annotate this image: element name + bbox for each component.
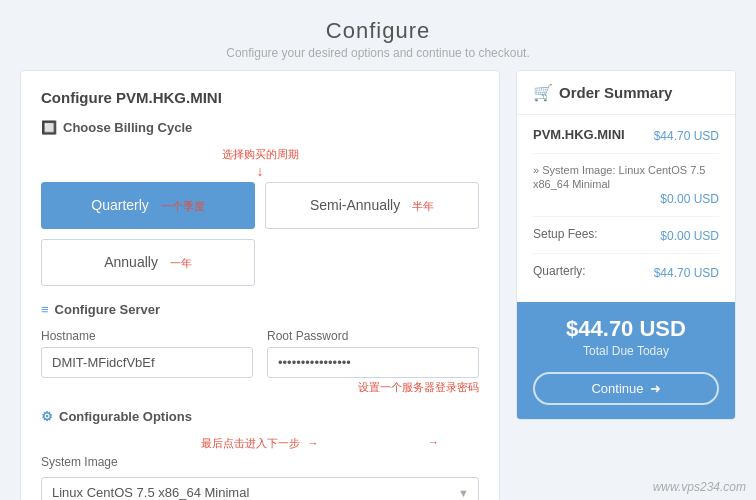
main-layout: Configure PVM.HKG.MINI 🔲 Choose Billing … <box>0 70 756 500</box>
billing-semi-annually-btn[interactable]: Semi-Annually 半年 <box>265 182 479 229</box>
page-header: Configure Configure your desired options… <box>0 0 756 70</box>
billing-annually-ann: 一年 <box>170 257 192 269</box>
billing-cycle-section-title: 🔲 Choose Billing Cycle <box>41 120 479 135</box>
gear-icon: ⚙ <box>41 409 53 424</box>
system-image-label: System Image <box>41 455 479 469</box>
password-label: Root Password <box>267 329 479 343</box>
billing-quarterly-btn[interactable]: Quarterly 一个季度 <box>41 182 255 229</box>
order-summary-title: Order Summary <box>559 84 672 101</box>
password-input[interactable] <box>267 347 479 378</box>
page-subtitle: Configure your desired options and conti… <box>0 46 756 60</box>
setup-fees-label: Setup Fees: <box>533 227 598 241</box>
cart-icon: 🛒 <box>533 83 553 102</box>
configure-server-icon: ≡ <box>41 302 49 317</box>
total-label: Total Due Today <box>533 344 719 358</box>
order-item-2-desc1: » System Image: Linux CentOS 7.5 <box>533 164 719 176</box>
continue-button[interactable]: Continue ➜ <box>533 372 719 405</box>
billing-icon: 🔲 <box>41 120 57 135</box>
billing-annotation-wrap: 选择购买的周期 ↓ <box>41 147 479 178</box>
order-fee-1: Setup Fees: $0.00 USD <box>533 227 719 254</box>
system-image-select[interactable]: Linux CentOS 7.5 x86_64 Minimal <box>41 477 479 500</box>
billing-cycle-grid: Quarterly 一个季度 Semi-Annually 半年 Annually… <box>41 182 479 286</box>
order-item-1-row: PVM.HKG.MINI $44.70 USD <box>533 127 719 143</box>
configurable-options-title: ⚙ Configurable Options <box>41 409 479 424</box>
total-box: $44.70 USD Total Due Today <box>517 302 735 372</box>
password-annotation: 设置一个服务器登录密码 <box>267 380 479 395</box>
order-item-2-desc2: x86_64 Minimal <box>533 178 719 190</box>
hostname-input[interactable] <box>41 347 253 378</box>
billing-semi-ann: 半年 <box>412 200 434 212</box>
configure-server-section: ≡ Configure Server Hostname Root Passwor… <box>41 302 479 395</box>
total-amount: $44.70 USD <box>533 316 719 342</box>
order-fee-2-row: Quarterly: $44.70 USD <box>533 264 719 280</box>
order-summary-header: 🛒 Order Summary <box>517 71 735 115</box>
arrow-right-icon: ➜ <box>650 381 661 396</box>
system-image-select-wrap: Linux CentOS 7.5 x86_64 Minimal ▼ <box>41 477 479 500</box>
setup-fees-price: $0.00 USD <box>660 229 719 243</box>
panel-title: Configure PVM.HKG.MINI <box>41 89 479 106</box>
hostname-label: Hostname <box>41 329 253 343</box>
continue-btn-wrap: Continue ➜ <box>517 372 735 419</box>
billing-annually-btn[interactable]: Annually 一年 <box>41 239 255 286</box>
order-item-1: PVM.HKG.MINI $44.70 USD <box>533 127 719 154</box>
order-item-1-price: $44.70 USD <box>654 129 719 143</box>
configurable-options-section: ⚙ Configurable Options 最后点击进入下一步 → Syste… <box>41 409 479 500</box>
order-item-2: » System Image: Linux CentOS 7.5 x86_64 … <box>533 164 719 217</box>
quarterly-price: $44.70 USD <box>654 266 719 280</box>
watermark: www.vps234.com <box>653 480 746 494</box>
order-summary-box: 🛒 Order Summary PVM.HKG.MINI $44.70 USD … <box>516 70 736 420</box>
billing-quarterly-ann: 一个季度 <box>161 200 205 212</box>
page-title: Configure <box>0 18 756 44</box>
configurable-annotation: 最后点击进入下一步 → <box>41 436 479 451</box>
server-form-row: Hostname Root Password 设置一个服务器登录密码 <box>41 329 479 395</box>
password-group: Root Password 设置一个服务器登录密码 <box>267 329 479 395</box>
billing-ann-text: 选择购买的周期 <box>41 147 479 162</box>
quarterly-label: Quarterly: <box>533 264 586 278</box>
order-items: PVM.HKG.MINI $44.70 USD » System Image: … <box>517 115 735 302</box>
configure-server-title: ≡ Configure Server <box>41 302 479 317</box>
order-fee-1-row: Setup Fees: $0.00 USD <box>533 227 719 243</box>
left-panel: Configure PVM.HKG.MINI 🔲 Choose Billing … <box>20 70 500 500</box>
right-panel: 🛒 Order Summary PVM.HKG.MINI $44.70 USD … <box>516 70 736 500</box>
order-fee-2: Quarterly: $44.70 USD <box>533 264 719 290</box>
continue-label: Continue <box>591 381 643 396</box>
hostname-group: Hostname <box>41 329 253 395</box>
billing-ann-arrow: ↓ <box>41 164 479 178</box>
order-item-2-price: $0.00 USD <box>533 192 719 206</box>
order-item-1-name: PVM.HKG.MINI <box>533 127 625 142</box>
